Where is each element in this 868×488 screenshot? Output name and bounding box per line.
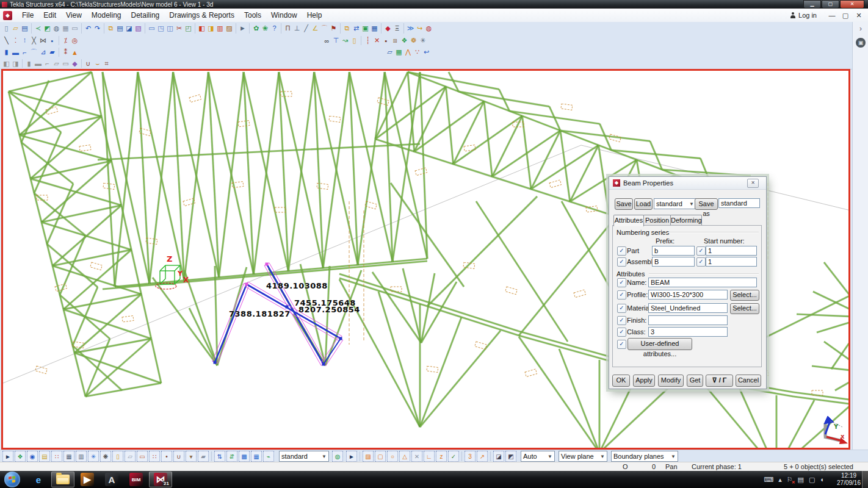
bolt-create-icon[interactable]: ⁑ xyxy=(61,48,70,57)
windows-explorer-icon[interactable] xyxy=(51,472,74,487)
template-editor-icon[interactable]: ▧ xyxy=(134,23,143,33)
start-button[interactable] xyxy=(0,472,26,487)
volume-icon[interactable]: ◖ xyxy=(820,476,824,483)
snap-mid-icon[interactable]: ⋈ xyxy=(38,36,48,46)
report-icon[interactable]: ▤ xyxy=(115,23,125,33)
get-button[interactable]: Get xyxy=(687,375,703,387)
class-checkbox[interactable]: ✓ xyxy=(617,328,626,337)
view-3d-icon[interactable]: ◳ xyxy=(156,23,165,33)
print-drawing-icon[interactable]: ▨ xyxy=(225,23,234,33)
os-close-button[interactable]: ✕ xyxy=(840,0,864,9)
assembly-start-input[interactable]: 1 xyxy=(706,257,757,267)
preset-select[interactable]: standard▼ xyxy=(654,198,696,209)
material-select-button[interactable]: Select... xyxy=(730,303,759,314)
cut-scissors-icon[interactable]: ✂ xyxy=(175,23,184,33)
uda-checkbox[interactable]: ✓ xyxy=(617,340,626,349)
user-defined-attributes-button[interactable]: User-defined attributes... xyxy=(627,338,692,350)
select-components-icon[interactable]: ▩ xyxy=(239,451,250,462)
menu-tools[interactable]: Tools xyxy=(239,10,266,21)
class-input[interactable]: 3 xyxy=(648,327,728,337)
snap-check-icon[interactable]: ✓ xyxy=(448,451,459,462)
custom-component-icon[interactable]: ❀ xyxy=(261,23,270,33)
finish-checkbox[interactable]: ✓ xyxy=(617,316,626,325)
snap-triangle-icon[interactable]: △ xyxy=(399,451,410,462)
tekla-structures-icon[interactable]: ⋈21 xyxy=(149,472,172,487)
name-input[interactable]: BEAM xyxy=(648,278,757,287)
door-icon[interactable]: ▯ xyxy=(350,36,359,46)
flag-tool-icon[interactable]: ⚑ xyxy=(329,23,338,33)
angle-tool-icon[interactable]: ∠ xyxy=(311,23,320,33)
boundary-planes-select[interactable]: Boundary planes▼ xyxy=(611,451,678,462)
arc-tool-icon[interactable]: ⌒ xyxy=(320,23,329,33)
maximize-button[interactable]: ▢ xyxy=(839,12,852,20)
open-model-icon[interactable]: ▱ xyxy=(11,23,20,33)
assembly-start-checkbox[interactable]: ✓ xyxy=(696,257,706,267)
view-plane-select[interactable]: View plane▼ xyxy=(559,451,607,462)
steel-plate-icon[interactable]: ⊿ xyxy=(38,48,48,57)
view-list-icon[interactable]: ▭ xyxy=(147,23,156,33)
snap-bolts-icon[interactable]: ╲ xyxy=(2,36,11,46)
apply-button[interactable]: Apply xyxy=(633,375,655,387)
fence-tool-icon[interactable]: Π xyxy=(283,23,292,33)
snap-edge-icon[interactable]: ▪ xyxy=(48,36,57,46)
master-drawing-icon[interactable]: ▥ xyxy=(215,23,225,33)
sketch-icon[interactable]: ▱ xyxy=(385,48,394,57)
filter-globe-icon[interactable]: ◍ xyxy=(332,451,343,462)
return-icon[interactable]: ↩ xyxy=(422,48,431,57)
rebar-mesh-icon[interactable]: ⌗ xyxy=(102,59,111,68)
part-prefix-input[interactable]: b xyxy=(652,246,695,256)
select-grids-icon[interactable]: ▦ xyxy=(63,451,74,462)
finish-input[interactable] xyxy=(648,315,728,325)
copy-special-icon[interactable]: ⧉ xyxy=(342,23,352,33)
snap-corner-icon[interactable]: ∟ xyxy=(424,451,435,462)
pad-footing-icon[interactable]: ◧ xyxy=(2,59,11,68)
lift-icon[interactable]: ⋀ xyxy=(403,48,413,57)
name-checkbox[interactable]: ✓ xyxy=(617,278,626,287)
redo-icon[interactable]: ↷ xyxy=(93,23,102,33)
concrete-column-icon[interactable]: ▮ xyxy=(24,59,34,68)
component-catalog-icon[interactable]: ✿ xyxy=(251,23,261,33)
part-start-input[interactable]: 1 xyxy=(706,246,757,256)
snap-ends-icon[interactable]: ⁝ xyxy=(20,36,29,46)
zoom-icon[interactable]: ✳ xyxy=(418,36,427,46)
menu-modeling[interactable]: Modeling xyxy=(87,10,126,21)
tab-attributes[interactable]: Attributes xyxy=(613,215,644,226)
view-mode-icon[interactable]: ◩ xyxy=(505,451,516,462)
snap-arrow-icon[interactable]: ↗ xyxy=(477,451,488,462)
measure-x-icon[interactable]: ┆ xyxy=(363,36,372,46)
save-as-button[interactable]: Save as xyxy=(695,198,718,210)
modify-button[interactable]: Modify xyxy=(658,375,684,387)
part-start-checkbox[interactable]: ✓ xyxy=(696,246,706,256)
bimsight-icon[interactable]: BIM xyxy=(125,472,148,487)
selection-filter-select[interactable]: standard▼ xyxy=(279,451,329,462)
network-icon[interactable]: ▢ xyxy=(809,476,815,484)
snap-intersect-icon[interactable]: ╳ xyxy=(29,36,38,46)
select-welds-icon[interactable]: ✳ xyxy=(88,451,99,462)
select-bolts-icon[interactable]: ∷ xyxy=(149,451,160,462)
snap-z-icon[interactable]: z xyxy=(436,451,447,462)
menu-detailing[interactable]: Detailing xyxy=(126,10,165,21)
select-hook-icon[interactable]: ⌁ xyxy=(263,451,274,462)
select-fittings-icon[interactable]: ▭ xyxy=(137,451,148,462)
trimble-connect-icon[interactable]: ◍ xyxy=(52,23,61,33)
collapse-icon[interactable]: ≫ xyxy=(406,23,415,33)
macro-arrow-icon[interactable]: ► xyxy=(238,23,247,33)
internet-explorer-icon[interactable]: e xyxy=(27,472,50,487)
assembly-icon[interactable]: ▣ xyxy=(361,23,370,33)
concrete-polybeam-icon[interactable]: ⌐ xyxy=(43,59,52,68)
line-tool-icon[interactable]: ╱ xyxy=(302,23,311,33)
clock[interactable]: 12:19 27/09/16 xyxy=(837,472,861,487)
windows-update-icon[interactable]: ▤ xyxy=(798,476,804,484)
publish-icon[interactable]: ◪ xyxy=(125,23,134,33)
a-logo-icon[interactable]: A xyxy=(100,472,123,487)
concrete-beam-icon[interactable]: ▬ xyxy=(34,59,43,68)
profile-select-button[interactable]: Select... xyxy=(730,290,759,301)
snap-ref-lines-icon[interactable]: ▨ xyxy=(363,451,374,462)
snap-depth-icon[interactable]: 3 xyxy=(465,451,476,462)
media-player-icon[interactable]: ▶ xyxy=(76,472,99,487)
material-input[interactable]: Steel_Undefined xyxy=(648,303,728,313)
weld-create-icon[interactable]: ▲ xyxy=(70,48,79,57)
snap-circle-icon[interactable]: ○ xyxy=(387,451,398,462)
ortho-tool-icon[interactable]: ⊥ xyxy=(292,23,302,33)
save-model-icon[interactable]: ▤ xyxy=(20,23,29,33)
